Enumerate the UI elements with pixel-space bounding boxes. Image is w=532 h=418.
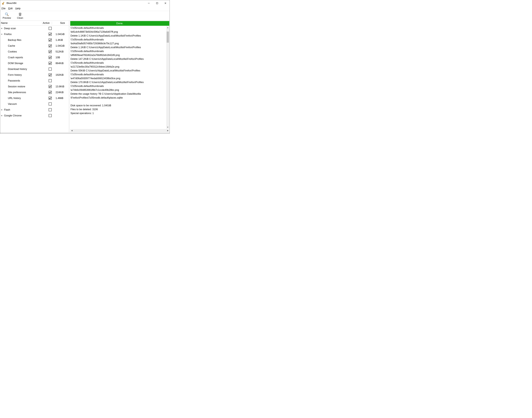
tree-row-size: 1.4MiB: [55, 97, 69, 100]
tree-row-label: Backup files: [3, 39, 45, 42]
main-split: Name Active Size ⊞Deep scan⊟Firefox1.04G…: [0, 21, 169, 132]
tree-row[interactable]: Form history192KiB: [0, 72, 69, 78]
scroll-up-arrow-icon[interactable]: ▲: [166, 26, 169, 29]
hscroll-track[interactable]: [73, 129, 166, 132]
checkbox[interactable]: [49, 103, 52, 105]
tree-row-checkbox-cell: [45, 108, 55, 111]
menu-edit[interactable]: Edit: [8, 7, 12, 10]
tree-row-label: Firefox: [3, 33, 45, 36]
scroll-right-arrow-icon[interactable]: ▶: [166, 129, 169, 131]
close-button[interactable]: [161, 0, 169, 6]
log-output[interactable]: \7z05modb.default\thumbnails \b81dcfc888…: [70, 26, 166, 129]
tree-row[interactable]: ⊞Deep scan: [0, 25, 69, 31]
tree-row[interactable]: Cookies512KiB: [0, 49, 69, 55]
tree-row-checkbox-cell: [45, 50, 55, 53]
log-horizontal-scrollbar[interactable]: ◀ ▶: [70, 129, 169, 132]
checkbox[interactable]: [49, 79, 52, 82]
expand-icon[interactable]: ⊞: [0, 27, 3, 29]
checkbox[interactable]: [49, 33, 52, 36]
cleaner-tree-pane: Name Active Size ⊞Deep scan⊟Firefox1.04G…: [0, 21, 69, 132]
tree-row[interactable]: Cache1.04GiB: [0, 43, 69, 49]
menu-help[interactable]: Help: [15, 7, 21, 10]
checkbox[interactable]: [49, 50, 52, 53]
tree-row-size: 10B: [55, 56, 69, 59]
maximize-button[interactable]: [153, 0, 161, 6]
preview-button-label: Preview: [3, 17, 11, 19]
scroll-thumb[interactable]: [167, 32, 169, 43]
checkbox[interactable]: [49, 108, 52, 111]
expand-icon[interactable]: ⊞: [0, 109, 3, 111]
tree-row-checkbox-cell: [45, 79, 55, 82]
checkbox[interactable]: [49, 44, 52, 47]
tree-row-label: Passwords: [3, 79, 45, 82]
tree-body[interactable]: ⊞Deep scan⊟Firefox1.04GiBBackup files1.4…: [0, 25, 69, 132]
title-bar: BleachBit: [0, 0, 169, 6]
app-window: BleachBit File Edit Help Preview: [0, 0, 170, 134]
progress-status: Done.: [70, 21, 169, 26]
tree-row-label: Google Chrome: [3, 114, 45, 117]
checkbox[interactable]: [49, 38, 52, 42]
tree-row-label: Flash: [3, 108, 45, 111]
column-header-name[interactable]: Name: [0, 22, 42, 24]
tree-row[interactable]: Session restore13.8KiB: [0, 84, 69, 89]
status-strip: [0, 132, 169, 133]
tree-row[interactable]: Download history: [0, 66, 69, 72]
tree-row[interactable]: DOM Storage864KiB: [0, 60, 69, 66]
checkbox[interactable]: [49, 56, 52, 59]
app-title: BleachBit: [7, 2, 16, 5]
tree-row[interactable]: URL history1.4MiB: [0, 95, 69, 101]
tree-row-label: Form history: [3, 73, 45, 76]
tree-row[interactable]: ⊞Flash: [0, 107, 69, 113]
tree-row[interactable]: Passwords: [0, 78, 69, 84]
log-vertical-scrollbar[interactable]: ▲ ▼: [166, 26, 169, 129]
toolbar: Preview Clean: [0, 11, 169, 21]
tree-row-size: 1.04GiB: [55, 45, 69, 47]
checkbox[interactable]: [49, 68, 52, 70]
checkbox[interactable]: [49, 85, 52, 88]
tree-row-label: URL history: [3, 97, 45, 100]
checkbox[interactable]: [49, 27, 52, 30]
column-header-active[interactable]: Active: [42, 22, 52, 24]
checkbox[interactable]: [49, 114, 52, 117]
menu-file[interactable]: File: [1, 7, 6, 10]
checkbox[interactable]: [49, 91, 52, 94]
tree-row-size: 224KiB: [55, 91, 69, 94]
progress-status-text: Done.: [116, 22, 123, 25]
results-pane: Done. \7z05modb.default\thumbnails \b81d…: [69, 21, 169, 132]
checkbox[interactable]: [49, 73, 52, 76]
tree-row[interactable]: Site preferences224KiB: [0, 89, 69, 95]
tree-header: Name Active Size: [0, 21, 69, 25]
tree-row-checkbox-cell: [45, 38, 55, 42]
tree-row-label: Cookies: [3, 50, 45, 53]
tree-row[interactable]: Vacuum: [0, 101, 69, 107]
checkbox[interactable]: [49, 62, 52, 65]
tree-row[interactable]: Crash reports10B: [0, 55, 69, 60]
tree-row-checkbox-cell: [45, 44, 55, 47]
minimize-button[interactable]: [145, 0, 153, 6]
checkbox[interactable]: [49, 97, 52, 100]
tree-row-checkbox-cell: [45, 91, 55, 94]
svg-rect-2: [157, 2, 158, 4]
tree-row-label: Deep scan: [3, 27, 45, 30]
tree-row-checkbox-cell: [45, 85, 55, 88]
collapse-icon[interactable]: ⊟: [0, 33, 3, 35]
tree-row[interactable]: ⊟Firefox1.04GiB: [0, 31, 69, 37]
tree-row-size: 512KiB: [55, 50, 69, 53]
tree-row-checkbox-cell: [45, 33, 55, 36]
tree-row[interactable]: Backup files1.4KiB: [0, 37, 69, 43]
scroll-left-arrow-icon[interactable]: ◀: [70, 129, 73, 131]
svg-line-6: [7, 15, 9, 16]
tree-row-label: Vacuum: [3, 103, 45, 105]
app-icon: [2, 1, 5, 5]
tree-row-checkbox-cell: [45, 56, 55, 59]
tree-row-label: Crash reports: [3, 56, 45, 59]
tree-row[interactable]: ⊞Google Chrome: [0, 113, 69, 118]
scroll-down-arrow-icon[interactable]: ▼: [166, 126, 169, 129]
column-header-size[interactable]: Size: [52, 22, 66, 24]
clean-button[interactable]: Clean: [15, 12, 25, 19]
tree-row-checkbox-cell: [45, 103, 55, 105]
expand-icon[interactable]: ⊞: [0, 115, 3, 117]
preview-button[interactable]: Preview: [2, 12, 12, 19]
tree-row-size: 192KiB: [55, 73, 69, 76]
tree-row-label: Site preferences: [3, 91, 45, 94]
